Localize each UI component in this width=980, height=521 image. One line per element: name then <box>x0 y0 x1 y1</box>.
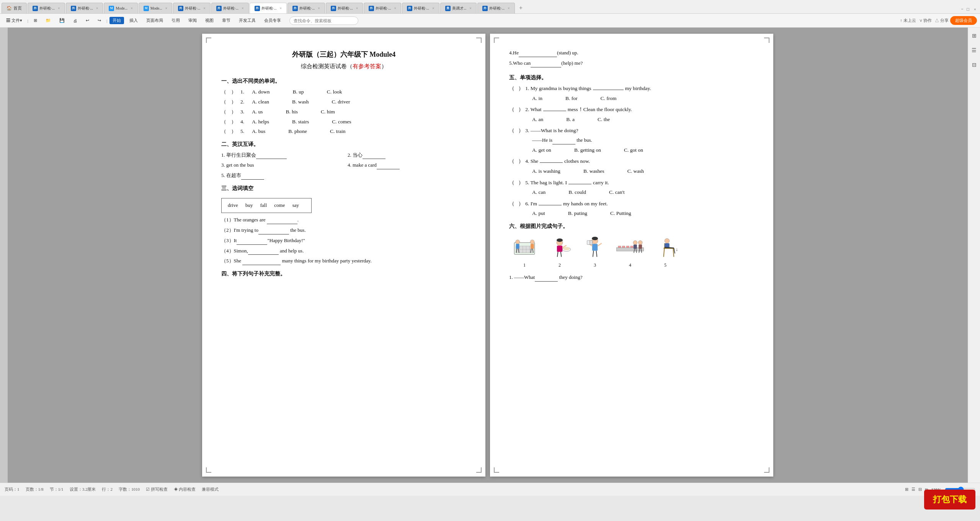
answer-1: 1. ——What they doing? <box>509 274 754 282</box>
download-badge-text: 打包下载 <box>933 495 967 504</box>
num-5: 5. <box>240 127 252 136</box>
sidebar-icon-3[interactable]: ⊟ <box>970 61 978 69</box>
paren-5: （ ） <box>221 128 240 136</box>
svg-rect-36 <box>630 246 633 247</box>
search-input[interactable] <box>289 16 358 25</box>
tab-active[interactable]: 外 外研检·... × <box>250 3 287 13</box>
tab-active-close[interactable]: × <box>280 6 282 10</box>
add-tab-button[interactable]: + <box>516 3 526 13</box>
start-menu-item[interactable]: 开始 <box>109 17 124 24</box>
paren-3: （ ） <box>221 108 240 116</box>
corner-r-tl <box>494 38 499 43</box>
insert-menu-item[interactable]: 插入 <box>126 17 141 24</box>
tab-2[interactable]: 外 外研检·... × <box>66 3 103 13</box>
share-button[interactable]: △ 分享 <box>935 18 949 23</box>
status-spellcheck[interactable]: ☑ 拼写检查 <box>146 487 168 492</box>
file-menu[interactable]: ☰ 文件▾ <box>3 17 25 24</box>
tab-4-close[interactable]: × <box>165 6 168 10</box>
mc-1-question: （ ） 1. My grandma is buying things my bi… <box>509 84 754 93</box>
blank-f5 <box>242 260 281 265</box>
layout-menu-item[interactable]: 页面布局 <box>143 17 166 24</box>
collab-button[interactable]: ∨ 协作 <box>919 18 932 23</box>
maximize-button[interactable]: □ <box>967 7 969 11</box>
view-menu-item[interactable]: 视图 <box>202 17 217 24</box>
img-label-1: 1 <box>523 262 526 269</box>
opt-1a: A. down <box>252 88 270 96</box>
tab-home[interactable]: 🏠 首页 <box>2 3 27 13</box>
trans-2: 2. 当心 <box>348 151 466 159</box>
tab-5[interactable]: 外 外研检·... × <box>173 3 211 13</box>
blank-mc1 <box>593 85 624 90</box>
tab-12[interactable]: 外 外研检·... × <box>477 3 515 13</box>
tab-10-close[interactable]: × <box>432 6 434 10</box>
tab-icon-9: 外 <box>369 6 374 11</box>
chapter-menu-item[interactable]: 章节 <box>219 17 234 24</box>
mc-5-suffix: carry it. <box>593 179 609 187</box>
svg-point-37 <box>633 241 637 245</box>
num-1: 1. <box>240 88 252 96</box>
view-icon-1[interactable]: ⊞ <box>905 487 908 492</box>
download-badge[interactable]: 打包下载 <box>924 490 975 510</box>
corner-bl <box>206 467 211 473</box>
page-left: 外研版（三起）六年级下 Module4 综合检测英语试卷（有参考答案） 一、选出… <box>202 34 485 477</box>
img-4 <box>615 235 645 260</box>
opt-4a: A. helps <box>252 118 269 126</box>
view-icon-2[interactable]: ☰ <box>911 487 915 492</box>
tab-10[interactable]: 外 外研检·... × <box>402 3 439 13</box>
mc-1: （ ） 1. My grandma is buying things my bi… <box>509 84 754 102</box>
tab-6[interactable]: 外 外研检·... × <box>211 3 249 13</box>
open-button[interactable]: 📁 <box>42 17 54 24</box>
mc-2c: C. the <box>598 115 610 124</box>
mc-6: （ ） 6. I'm my hands on my feet. A. put B… <box>509 200 754 218</box>
section4-title: 四、将下列句子补充完整。 <box>221 270 466 278</box>
tab-3[interactable]: M Mode... × <box>104 3 137 13</box>
svg-line-20 <box>557 252 558 257</box>
undo-button[interactable]: ↩ <box>83 17 92 24</box>
tab-7-close[interactable]: × <box>318 6 320 10</box>
view-icon-3[interactable]: ⊟ <box>918 487 922 492</box>
tab-7[interactable]: 外 外研检·... × <box>287 3 325 13</box>
tab-8-close[interactable]: × <box>356 6 358 10</box>
pro-menu-item[interactable]: 会员专享 <box>261 17 284 24</box>
new-doc-button[interactable]: ⊞ <box>31 17 40 24</box>
tab-2-close[interactable]: × <box>96 6 98 10</box>
svg-line-26 <box>598 243 602 246</box>
upload-button[interactable]: ↑ 未上云 <box>900 18 916 23</box>
tab-5-close[interactable]: × <box>203 6 206 10</box>
opt-5b: B. phone <box>288 127 307 136</box>
tab-3-close[interactable]: × <box>131 6 133 10</box>
svg-line-52 <box>674 248 675 254</box>
save-button[interactable]: 💾 <box>56 17 68 24</box>
sidebar-icon-2[interactable]: ☰ <box>970 46 978 54</box>
tab-6-close[interactable]: × <box>242 6 244 10</box>
opt-1b: B. up <box>293 88 304 96</box>
tab-11-close[interactable]: × <box>469 6 472 10</box>
tab-8[interactable]: 外 外研检·... × <box>326 3 363 13</box>
tab-icon-10: 外 <box>407 6 412 11</box>
redo-button[interactable]: ↪ <box>95 17 104 24</box>
list-item: （ ） 1. A. down B. up C. look <box>221 88 466 96</box>
minimize-button[interactable]: － <box>960 6 964 12</box>
tab-icon-3: M <box>109 6 114 11</box>
dev-menu-item[interactable]: 开发工具 <box>236 17 259 24</box>
pro-button[interactable]: 超级会员 <box>950 16 977 25</box>
blank-2 <box>363 154 385 159</box>
tab-12-close[interactable]: × <box>508 6 510 10</box>
tab-9-close[interactable]: × <box>394 6 396 10</box>
close-button[interactable]: × <box>972 7 978 11</box>
svg-rect-38 <box>634 245 637 249</box>
mc-3c: C. got on <box>624 146 643 154</box>
tab-11[interactable]: 美 美调才... × <box>440 3 477 13</box>
tab-6-label: 外研检·... <box>223 6 238 11</box>
tab-4[interactable]: M Mode... × <box>139 3 172 13</box>
tab-1-close[interactable]: × <box>58 6 60 10</box>
tab-1[interactable]: 外 外研检·... × <box>28 3 65 13</box>
sidebar-icon-1[interactable]: ⊞ <box>970 31 978 40</box>
print-button[interactable]: 🖨 <box>70 18 80 24</box>
ref-menu-item[interactable]: 引用 <box>168 17 183 24</box>
status-content[interactable]: ◈ 内容检查 <box>174 487 196 492</box>
fill-items: （1）The oranges are . （2）I'm trying to th… <box>221 216 466 265</box>
review-menu-item[interactable]: 审阅 <box>185 17 200 24</box>
tab-1-label: 外研检·... <box>39 6 55 11</box>
tab-9[interactable]: 外 外研检·... × <box>364 3 401 13</box>
